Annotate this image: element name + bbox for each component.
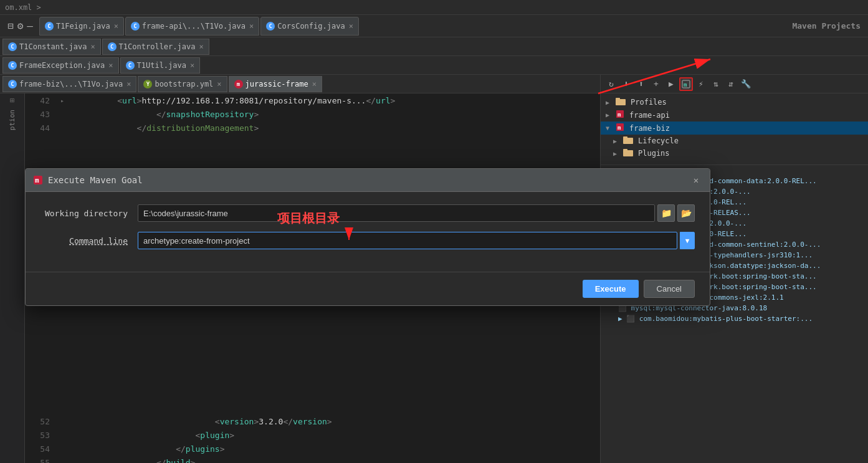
tab-jurassicframe[interactable]: m jurassic-frame ×	[229, 76, 322, 92]
svg-rect-3	[616, 98, 620, 100]
tree-label-plugins: Plugins	[638, 149, 670, 158]
maven-refresh-btn[interactable]: ↻	[604, 77, 618, 91]
maven-download-btn[interactable]: ⬇	[619, 77, 633, 91]
folder-icon-plugins	[623, 148, 633, 158]
execute-button[interactable]: Execute	[583, 280, 639, 298]
working-directory-input[interactable]	[138, 204, 655, 222]
command-line-input[interactable]	[138, 232, 677, 249]
tree-item-lifecycle[interactable]: ▶ Lifecycle	[601, 135, 868, 147]
tab-framebiz-t1vo[interactable]: C frame-biz\...\T1Vo.java ×	[2, 76, 136, 92]
tab-label-framebiz: frame-biz\...\T1Vo.java	[19, 80, 123, 88]
tab-close-frameapi[interactable]: ×	[249, 22, 254, 31]
code-line-44: 44 </distributionManagement>	[25, 121, 600, 135]
tab-close-t1controller[interactable]: ×	[199, 42, 203, 51]
dialog-title-left: m Execute Maven Goal	[33, 175, 143, 185]
svg-rect-9	[623, 136, 627, 138]
command-dropdown-btn[interactable]: ▼	[680, 232, 695, 249]
svg-rect-8	[623, 138, 633, 144]
tab-close-t1util[interactable]: ×	[190, 61, 194, 70]
cancel-button[interactable]: Cancel	[644, 280, 695, 298]
tab-icon-t1constant: C	[8, 42, 17, 51]
tab-close-corsconfig[interactable]: ×	[349, 22, 353, 31]
tab-icon-framebiz: C	[8, 80, 17, 88]
layout-icon[interactable]: ⊟	[7, 20, 14, 32]
line-num-52: 52	[25, 417, 56, 426]
tab-t1controller[interactable]: C T1Controller.java ×	[102, 39, 209, 55]
working-directory-row: Working directory 📁 📂	[41, 204, 695, 222]
tab-close-bootstrap[interactable]: ×	[217, 80, 221, 88]
dialog-footer: Execute Cancel	[26, 272, 710, 305]
tab-frameapi-t1vo[interactable]: C frame-api\...\T1Vo.java ×	[125, 17, 259, 36]
dep-item-13[interactable]: ▶ ⬛ com.baomidou:mybatis-plus-boot-start…	[601, 313, 868, 324]
maven-icon-frame-biz: m	[616, 123, 624, 133]
dialog-close-button[interactable]: ✕	[690, 174, 702, 186]
tab-icon-frameexception: C	[8, 61, 17, 70]
tab-icon-t1controller: C	[108, 42, 117, 51]
code-bottom-section: 52 <version>3.2.0</version> 53 <plugin> …	[25, 414, 600, 463]
tab-label-bootstrap: bootstrap.yml	[155, 80, 213, 88]
maven-icon-frame-api: m	[616, 110, 624, 120]
tab-bootstrap[interactable]: Y bootstrap.yml ×	[138, 76, 227, 92]
tab-icon-jurassicframe: m	[234, 80, 243, 88]
svg-rect-10	[623, 150, 633, 156]
tab-label-frameapi: frame-api\...\T1Vo.java	[142, 22, 246, 31]
arrow-plugins: ▶	[613, 150, 621, 157]
svg-rect-11	[623, 149, 627, 151]
tab-bar-1: ⊟ ⚙ — C T1Feign.java × C frame-api\...\T…	[0, 15, 868, 37]
left-panel-icon[interactable]: ⊞	[10, 96, 14, 105]
maven-run-btn[interactable]: ⚡	[694, 77, 708, 91]
maven-settings-btn[interactable]: 🔧	[739, 77, 753, 91]
breadcrumb: om.xml >	[0, 0, 868, 15]
execute-maven-goal-dialog: m Execute Maven Goal ✕ Working directory…	[25, 168, 710, 306]
svg-text:m: m	[35, 176, 39, 184]
working-directory-label: Working directory	[41, 209, 128, 218]
tab-t1constant[interactable]: C T1Constant.java ×	[2, 39, 101, 55]
tab-t1feign[interactable]: C T1Feign.java ×	[39, 17, 124, 36]
minimize-icon[interactable]: —	[27, 20, 33, 32]
svg-text:m: m	[618, 125, 621, 131]
arrow-profiles: ▶	[606, 99, 613, 106]
arrow-frame-biz: ▼	[606, 125, 613, 131]
maven-add-btn[interactable]: +	[649, 77, 663, 91]
arrow-lifecycle: ▶	[613, 138, 621, 145]
tab-label-t1constant: T1Constant.java	[19, 42, 87, 51]
breadcrumb-text: om.xml >	[5, 3, 41, 12]
maven-more-btn[interactable]: ▶	[664, 77, 678, 91]
maven-skip-btn[interactable]: ⇵	[724, 77, 738, 91]
line-num-42: 42	[25, 96, 56, 105]
open-file-btn[interactable]: 📂	[677, 204, 695, 222]
tab-close-t1constant[interactable]: ×	[90, 42, 95, 51]
tab-close-frameexception[interactable]: ×	[108, 61, 113, 70]
tree-label-lifecycle: Lifecycle	[638, 136, 679, 145]
tab-icon-t1feign: C	[45, 22, 54, 31]
tab-frameexception[interactable]: C FrameException.java ×	[2, 57, 119, 74]
maven-toggle-btn[interactable]: ⇅	[709, 77, 723, 91]
fold-icon-42[interactable]: ▸	[60, 97, 64, 104]
tab-close-framebiz[interactable]: ×	[126, 80, 131, 88]
tab-close-jurassicframe[interactable]: ×	[312, 80, 317, 88]
settings-icon[interactable]: ⚙	[17, 20, 24, 32]
dir-input-row: 📁 📂	[138, 204, 695, 222]
browse-folder-btn[interactable]: 📁	[657, 204, 675, 222]
tree-item-plugins[interactable]: ▶ Plugins	[601, 147, 868, 160]
left-label: ption	[8, 110, 16, 130]
tab-close-t1feign[interactable]: ×	[114, 22, 118, 31]
arrow-frame-api: ▶	[606, 112, 613, 118]
line-num-54: 54	[25, 444, 56, 454]
line-num-43: 43	[25, 110, 56, 119]
tree-item-frame-api[interactable]: ▶ m frame-api	[601, 108, 868, 122]
line-num-53: 53	[25, 431, 56, 440]
svg-text:m: m	[618, 112, 621, 118]
dialog-titlebar: m Execute Maven Goal ✕	[26, 169, 710, 192]
tree-item-frame-biz[interactable]: ▼ m frame-biz	[601, 122, 868, 135]
tab-label-t1util: T1Util.java	[137, 61, 186, 70]
dialog-title-text: Execute Maven Goal	[48, 175, 143, 185]
tab-icon-bootstrap: Y	[143, 80, 152, 88]
maven-install-btn[interactable]: ⬆	[634, 77, 648, 91]
tab-t1util[interactable]: C T1Util.java ×	[120, 57, 201, 74]
maven-execute-btn[interactable]: m	[679, 77, 693, 91]
svg-rect-2	[616, 99, 626, 105]
tree-item-profiles[interactable]: ▶ Profiles	[601, 96, 868, 108]
tab-corsconfig[interactable]: C CorsConfig.java ×	[260, 17, 359, 36]
dialog-body: Working directory 📁 📂 Command line ▼	[26, 192, 710, 272]
